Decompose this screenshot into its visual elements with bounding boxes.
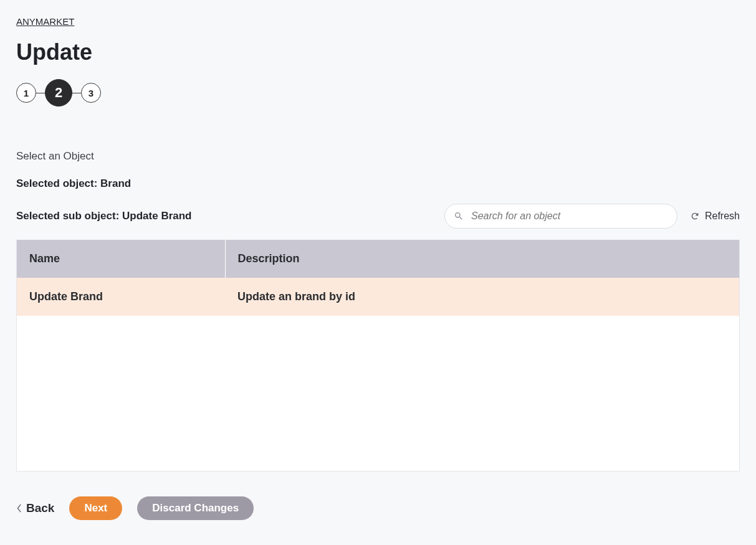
refresh-icon bbox=[690, 211, 700, 221]
step-connector bbox=[36, 93, 45, 93]
refresh-label: Refresh bbox=[705, 211, 740, 222]
object-table: Name Description Update Brand Update an … bbox=[16, 240, 740, 472]
page-title: Update bbox=[16, 39, 740, 65]
back-label: Back bbox=[26, 501, 54, 515]
selected-sub-object: Selected sub object: Update Brand bbox=[16, 210, 192, 222]
step-3[interactable]: 3 bbox=[81, 83, 101, 103]
search-icon bbox=[454, 211, 464, 221]
discard-changes-button[interactable]: Discard Changes bbox=[137, 496, 254, 520]
chevron-left-icon bbox=[16, 504, 22, 513]
cell-name: Update Brand bbox=[17, 278, 225, 316]
selected-object: Selected object: Brand bbox=[16, 178, 740, 190]
step-connector bbox=[72, 93, 81, 93]
step-2[interactable]: 2 bbox=[45, 79, 72, 107]
next-button[interactable]: Next bbox=[69, 496, 122, 520]
back-button[interactable]: Back bbox=[16, 501, 54, 515]
section-label: Select an Object bbox=[16, 150, 740, 163]
column-header-name: Name bbox=[17, 240, 225, 278]
table-row[interactable]: Update Brand Update an brand by id bbox=[17, 278, 739, 316]
cell-description: Update an brand by id bbox=[225, 278, 739, 316]
search-input[interactable] bbox=[470, 210, 668, 222]
stepper: 1 2 3 bbox=[16, 79, 740, 107]
breadcrumb[interactable]: ANYMARKET bbox=[16, 16, 74, 27]
search-field[interactable] bbox=[444, 204, 677, 229]
refresh-button[interactable]: Refresh bbox=[690, 211, 740, 222]
column-header-description: Description bbox=[225, 240, 739, 278]
step-1[interactable]: 1 bbox=[16, 83, 36, 103]
